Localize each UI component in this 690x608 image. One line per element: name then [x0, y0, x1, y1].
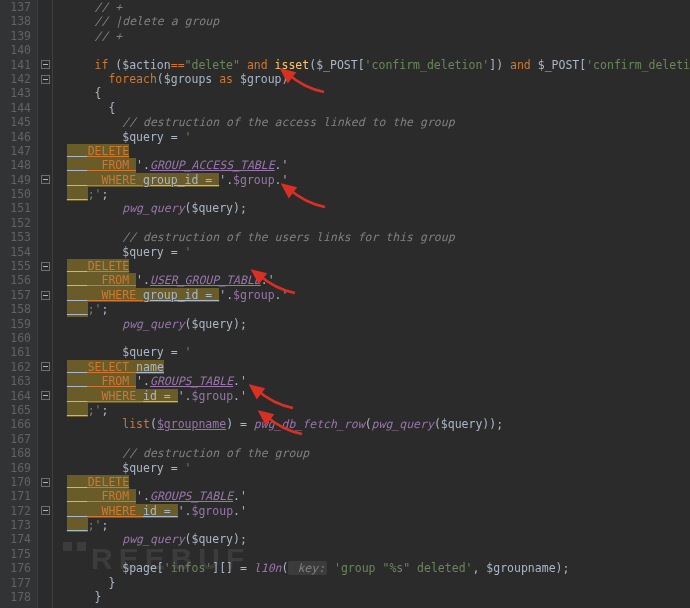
fold-cell: [38, 590, 52, 604]
code-line: list($groupname) = pwg_db_fetch_row(pwg_…: [53, 417, 690, 431]
code-line: DELETE: [53, 475, 690, 489]
fold-cell: [38, 216, 52, 230]
fold-cell: [38, 259, 52, 273]
code-editor: 1371381391401411421431441451461471481491…: [0, 0, 690, 608]
line-number: 164: [0, 389, 31, 403]
line-number: 156: [0, 273, 31, 287]
fold-cell: [38, 173, 52, 187]
line-number: 153: [0, 230, 31, 244]
line-number: 146: [0, 130, 31, 144]
fold-minus-icon[interactable]: [41, 75, 50, 84]
fold-cell: [38, 273, 52, 287]
code-line: // |delete a group: [53, 14, 690, 28]
code-line: FROM '.USER_GROUP_TABLE.': [53, 273, 690, 287]
line-number: 163: [0, 374, 31, 388]
fold-cell: [38, 374, 52, 388]
fold-minus-icon[interactable]: [41, 506, 50, 515]
line-number: 142: [0, 72, 31, 86]
line-number: 154: [0, 245, 31, 259]
code-line: FROM '.GROUPS_TABLE.': [53, 489, 690, 503]
line-number: 140: [0, 43, 31, 57]
fold-cell: [38, 475, 52, 489]
fold-cell: [38, 532, 52, 546]
fold-cell: [38, 561, 52, 575]
code-line: FROM '.GROUP_ACCESS_TABLE.': [53, 158, 690, 172]
fold-cell: [38, 86, 52, 100]
code-line: pwg_query($query);: [53, 532, 690, 546]
fold-cell: [38, 403, 52, 417]
fold-minus-icon[interactable]: [41, 262, 50, 271]
line-number: 147: [0, 144, 31, 158]
fold-cell: [38, 317, 52, 331]
line-number: 150: [0, 187, 31, 201]
code-line: ;';: [53, 187, 690, 201]
fold-cell: [38, 389, 52, 403]
line-number: 178: [0, 590, 31, 604]
fold-cell: [38, 0, 52, 14]
code-line: DELETE: [53, 259, 690, 273]
line-number: 176: [0, 561, 31, 575]
line-number: 144: [0, 101, 31, 115]
code-line: foreach($groups as $group): [53, 72, 690, 86]
fold-minus-icon[interactable]: [41, 362, 50, 371]
code-line: // destruction of the users links for th…: [53, 230, 690, 244]
line-number: 170: [0, 475, 31, 489]
code-line: [53, 432, 690, 446]
fold-cell: [38, 58, 52, 72]
fold-cell: [38, 518, 52, 532]
code-line: [53, 216, 690, 230]
fold-cell: [38, 14, 52, 28]
fold-cell: [38, 230, 52, 244]
line-number: 161: [0, 345, 31, 359]
fold-cell: [38, 504, 52, 518]
line-number: 162: [0, 360, 31, 374]
code-line: $query = ': [53, 130, 690, 144]
fold-cell: [38, 288, 52, 302]
fold-cell: [38, 461, 52, 475]
code-line: // destruction of the group: [53, 446, 690, 460]
code-line: pwg_query($query);: [53, 201, 690, 215]
fold-minus-icon[interactable]: [41, 478, 50, 487]
line-number: 145: [0, 115, 31, 129]
fold-cell: [38, 158, 52, 172]
fold-cell: [38, 489, 52, 503]
code-line: }: [53, 590, 690, 604]
fold-cell: [38, 29, 52, 43]
code-line: [53, 547, 690, 561]
line-number: 175: [0, 547, 31, 561]
line-number: 137: [0, 0, 31, 14]
line-number: 165: [0, 403, 31, 417]
line-number: 158: [0, 302, 31, 316]
code-area[interactable]: REEBUF // + // |delete a group // + if (…: [53, 0, 690, 608]
line-number: 143: [0, 86, 31, 100]
line-number: 151: [0, 201, 31, 215]
fold-minus-icon[interactable]: [41, 60, 50, 69]
code-line: DELETE: [53, 144, 690, 158]
code-line: }: [53, 576, 690, 590]
line-number: 148: [0, 158, 31, 172]
line-number: 173: [0, 518, 31, 532]
fold-minus-icon[interactable]: [41, 175, 50, 184]
line-number-gutter: 1371381391401411421431441451461471481491…: [0, 0, 38, 608]
fold-minus-icon[interactable]: [41, 291, 50, 300]
code-line: $query = ': [53, 461, 690, 475]
line-number: 166: [0, 417, 31, 431]
code-line: [53, 331, 690, 345]
fold-cell: [38, 187, 52, 201]
fold-cell: [38, 302, 52, 316]
line-number: 174: [0, 532, 31, 546]
fold-cell: [38, 101, 52, 115]
fold-cell: [38, 201, 52, 215]
code-line: // destruction of the access linked to t…: [53, 115, 690, 129]
fold-cell: [38, 245, 52, 259]
code-line: WHERE id = '.$group.': [53, 389, 690, 403]
fold-cell: [38, 115, 52, 129]
code-line: WHERE group_id = '.$group.': [53, 173, 690, 187]
code-line: if ($action=="delete" and isset($_POST['…: [53, 58, 690, 72]
fold-cell: [38, 417, 52, 431]
fold-minus-icon[interactable]: [41, 391, 50, 400]
code-line: $page['infos'][] = l10n( key: 'group "%s…: [53, 561, 690, 575]
fold-cell: [38, 130, 52, 144]
code-line: ;';: [53, 403, 690, 417]
fold-cell: [38, 72, 52, 86]
